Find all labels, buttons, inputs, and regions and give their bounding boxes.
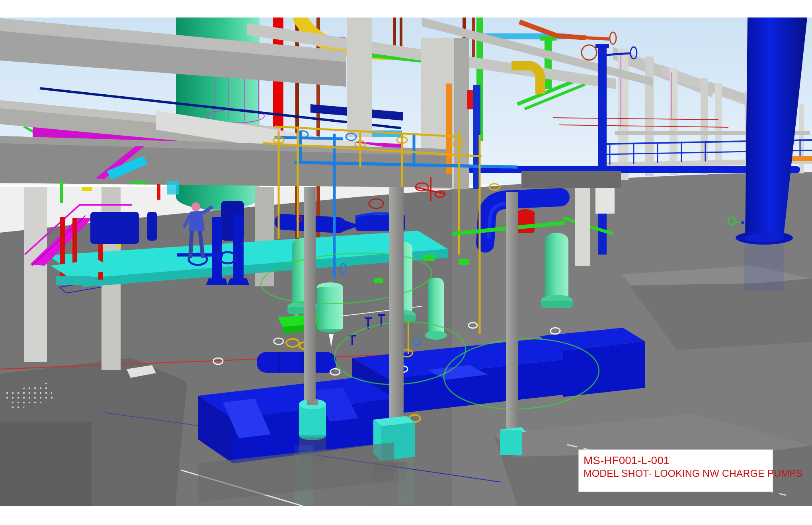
model-shot-page: MS-HF001-L-001 MODEL SHOT- LOOKING NW CH… <box>0 0 812 525</box>
cad-3d-viewport[interactable] <box>0 0 812 525</box>
annotation-title: MODEL SHOT- LOOKING NW CHARGE PUMPS <box>584 467 768 480</box>
frame-top <box>0 0 812 18</box>
annotation-drawing-number: MS-HF001-L-001 <box>584 454 768 467</box>
charge-pump-4 <box>425 278 447 340</box>
frame-bottom <box>0 506 812 525</box>
annotation-box: MS-HF001-L-001 MODEL SHOT- LOOKING NW CH… <box>578 449 773 492</box>
cyan-footing-cylinder <box>299 399 326 440</box>
pump-motor <box>257 352 336 373</box>
